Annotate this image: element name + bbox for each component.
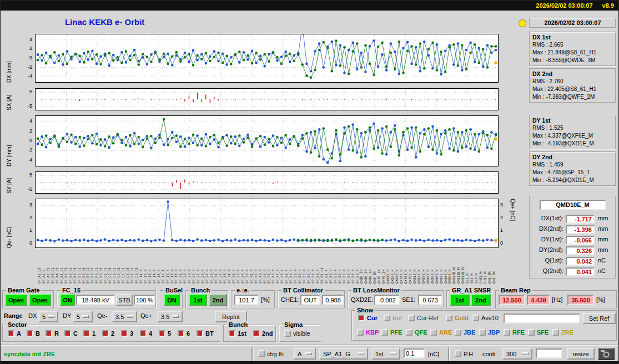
busel-on-button[interactable]: ON <box>164 294 180 306</box>
bpm-x-label: SP_67_4 <box>351 270 355 284</box>
linac-orbit-app: 2026/02/02 03:00:07 v8.9 Linac KEKB e- O… <box>0 0 619 364</box>
show-kbp-label: KBP <box>366 329 379 336</box>
show-jbe-checkbox[interactable] <box>455 329 461 336</box>
bunch-2nd-checkbox[interactable] <box>253 330 260 337</box>
extra-input[interactable] <box>536 348 562 358</box>
sigma-visible-checkbox[interactable] <box>284 330 291 337</box>
show-jbp-checkbox[interactable] <box>479 329 486 336</box>
beam-gate-open-1-button[interactable]: Open <box>5 294 27 306</box>
range-dy-select[interactable]: 5 <box>73 311 93 322</box>
bunch-2nd-button[interactable]: 2nd <box>209 294 227 306</box>
beam-rep-value-1: 12.500 <box>499 295 525 305</box>
show-ave10-checkbox[interactable] <box>472 315 479 321</box>
bpm-x-label: QWE_6M <box>492 271 496 284</box>
option-menu-icon <box>358 352 364 355</box>
show-cur-checkbox[interactable] <box>358 315 365 321</box>
set-ref-button[interactable]: Set Ref <box>582 313 616 324</box>
bpm-x-label: SP_B5_C1 <box>77 267 81 284</box>
show-zre-checkbox[interactable] <box>552 329 559 336</box>
sector-select[interactable]: A <box>294 348 316 360</box>
sector-5-checkbox[interactable] <box>159 330 165 337</box>
bunch-1st-button[interactable]: 1st <box>189 294 207 306</box>
threshold-input[interactable] <box>404 348 425 358</box>
show-kbp-checkbox[interactable] <box>357 329 364 336</box>
divider <box>251 347 254 361</box>
resize-button[interactable]: resize <box>567 348 595 360</box>
bpm-x-label: SP_53_4 <box>293 270 297 284</box>
sector-1-checkbox[interactable] <box>83 330 90 337</box>
bpm-select[interactable]: SP_A1_G <box>319 348 368 360</box>
sector-c-checkbox[interactable] <box>64 330 71 337</box>
bpm-x-label: SE3_M <box>474 274 478 284</box>
sector-c-label: C <box>73 330 78 337</box>
gr-1st-button[interactable]: 1st <box>450 294 470 306</box>
fc15-stb-button[interactable]: STB <box>116 294 133 306</box>
bpm-x-label: SP_28_4 <box>209 270 213 284</box>
bpm-x-label: QWFE_2M <box>381 270 385 284</box>
range-qe-plus-label: Qe+ <box>140 312 152 319</box>
bpm-x-label: QXD3E_M <box>395 270 399 284</box>
bpm-x-label: SP_41_4 <box>249 270 253 284</box>
range-qe-plus-select[interactable]: 3.5 <box>157 311 183 322</box>
range-dy-value: 5 <box>77 314 80 320</box>
monitor-row: DY(2nd): 0.326 mm <box>530 246 615 256</box>
show-rfe-checkbox[interactable] <box>504 329 510 336</box>
range-dx-label: DX <box>28 312 37 319</box>
show-qfe-checkbox[interactable] <box>406 329 412 336</box>
bunch-order-select[interactable]: 1st <box>371 348 400 360</box>
sector-r-checkbox[interactable] <box>46 330 52 337</box>
sector-bt-checkbox[interactable] <box>197 330 203 337</box>
show-gold-checkbox[interactable] <box>446 315 452 321</box>
se1-display: 0.673 <box>418 295 442 305</box>
ref-file-input[interactable] <box>504 314 580 323</box>
sector-2-checkbox[interactable] <box>102 330 109 337</box>
bpm-x-label: SP_13_4 <box>148 270 152 284</box>
fc15-on-button[interactable]: ON <box>60 294 75 306</box>
show-cur-ref-checkbox[interactable] <box>408 315 415 321</box>
monitor-unit: mm <box>598 246 608 253</box>
qe-y-ticks: 3210 <box>17 199 33 248</box>
sector-3-label: 3 <box>130 330 133 337</box>
show-are-checkbox[interactable] <box>430 329 437 336</box>
bpm-x-label: QXF4E_M <box>399 270 403 284</box>
stat-rms: RMS : 2.665 <box>532 41 613 49</box>
show-ref-checkbox[interactable] <box>384 315 390 321</box>
sector-a-checkbox[interactable] <box>8 330 14 337</box>
count-select[interactable]: 300 <box>502 348 532 360</box>
bpm-x-label: SP_12_4 <box>143 270 147 284</box>
bpm-x-label: SP_A4_C5 <box>55 267 59 284</box>
sector-5-label: 5 <box>168 330 171 337</box>
sector-3-checkbox[interactable] <box>121 330 128 337</box>
bpm-x-label: SP_64_4 <box>338 270 341 284</box>
monitor-label: Q(1st): <box>530 257 563 264</box>
dy-y-ticks: 420-2-4 <box>17 115 33 166</box>
sector-4-checkbox[interactable] <box>140 330 147 337</box>
sector-6-checkbox[interactable] <box>178 330 184 337</box>
bpm-x-label: SP_47_4 <box>275 270 279 284</box>
bpm-x-label: QMD7E_M <box>439 270 443 284</box>
sector-2-label: 2 <box>111 330 114 337</box>
screenshot-button[interactable] <box>598 348 615 360</box>
range-qe-minus-select[interactable]: 3.5 <box>112 311 137 322</box>
range-dx-select[interactable]: 5 <box>38 311 58 322</box>
bpm-x-label: SE1_M <box>465 274 469 284</box>
monitor-unit: mm <box>598 215 608 221</box>
bpm-x-label: QMD10E_M <box>452 267 456 284</box>
show-sfe-checkbox[interactable] <box>528 329 535 336</box>
camera-lens-icon <box>603 351 610 357</box>
bpm-x-label: SP_52_4 <box>289 270 293 284</box>
chg-th-checkbox[interactable] <box>258 350 265 357</box>
gr-2nd-button[interactable]: 2nd <box>471 294 491 306</box>
bpm-x-label: SP_51_4 <box>284 270 288 284</box>
show-pfe-checkbox[interactable] <box>381 329 388 336</box>
bpm-x-label: SE2_M <box>470 274 474 284</box>
sector-b-checkbox[interactable] <box>27 330 33 337</box>
stat-title: DX 2nd <box>532 70 613 78</box>
beam-gate-open-2-button[interactable]: Open <box>29 294 51 306</box>
monitor-title: QMD10E_M <box>540 200 606 210</box>
ph-checkbox[interactable] <box>455 350 461 357</box>
show-are-label: ARE <box>439 329 452 336</box>
qxd2e-display: -0.002 <box>374 295 400 305</box>
bunch-1st-checkbox[interactable] <box>229 330 235 337</box>
bpm-x-label: QMD2E_M <box>417 270 421 284</box>
